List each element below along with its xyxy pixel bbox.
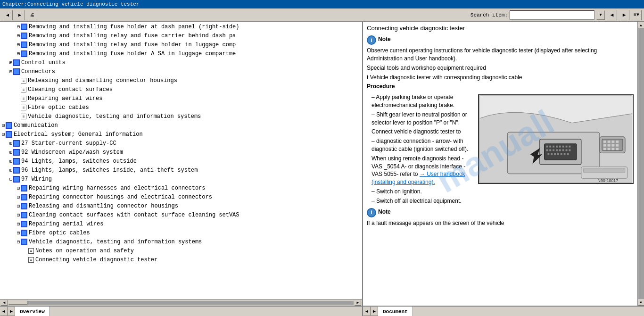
search-prev-btn[interactable]: ◀ — [607, 10, 617, 20]
tree-item[interactable]: ⊞ 94 Lights, lamps, switches outside — [0, 157, 362, 166]
expand-icon[interactable]: ⊞ — [17, 222, 20, 227]
vscroll-down-btn[interactable]: ▼ — [638, 299, 644, 306]
expand-icon[interactable]: ⊞ — [9, 141, 12, 146]
folder-icon — [21, 50, 27, 57]
expand-icon[interactable]: ⊞ — [9, 150, 12, 155]
folder-icon — [13, 140, 20, 147]
status-bar: ◀ ▶ Overview ◀ ▶ Document — [0, 306, 644, 316]
step-2-text: Shift gear lever to neutral position or … — [372, 111, 467, 126]
tree-item[interactable]: ⊞≡Vehicle diagnostic, testing and inform… — [0, 112, 362, 121]
svg-rect-4 — [546, 146, 548, 148]
tree-item[interactable]: ⊟ Connectors — [0, 67, 362, 76]
tab-nav-right-2[interactable]: ▶ — [371, 307, 378, 316]
tree-item[interactable]: ⊞ Removing and installing relay and fuse… — [0, 41, 362, 50]
tree-item[interactable]: ⊞ Repairing aerial wires — [0, 220, 362, 229]
hscroll-left-btn[interactable]: ◀ — [1, 300, 8, 306]
tree-item[interactable]: ⊞ Removing and installing relay and fuse… — [0, 32, 362, 41]
svg-rect-34 — [603, 144, 606, 147]
doc-icon: ≡ — [21, 114, 26, 119]
hscroll-thumb[interactable] — [8, 301, 27, 305]
expand-icon[interactable]: ⊞ — [9, 60, 12, 66]
options-btn[interactable]: ≡▼ — [631, 10, 642, 20]
expand-icon[interactable]: ⊟ — [17, 240, 20, 245]
tree-item-label: Removing and installing relay and fuse c… — [29, 33, 236, 39]
vscroll-up-btn[interactable]: ▲ — [638, 22, 644, 28]
expand-icon[interactable]: ⊟ — [9, 177, 12, 182]
hscroll-right-btn[interactable]: ▶ — [355, 300, 361, 306]
svg-rect-32 — [611, 141, 614, 143]
expand-icon[interactable]: ⊞ — [9, 168, 12, 173]
expand-icon[interactable]: ⊞ — [9, 159, 12, 164]
tree-item[interactable]: ⊟ Electrical system; General information — [0, 130, 362, 139]
tree-item[interactable]: ⊟ Removing and installing fuse holder at… — [0, 23, 362, 32]
toolbar-btn-2[interactable]: ▶ — [15, 10, 25, 20]
tree-item-label: Cleaning contact surfaces — [28, 86, 113, 93]
expand-icon[interactable]: ⊞ — [17, 231, 20, 236]
svg-rect-19 — [569, 150, 570, 151]
tree-item[interactable]: ⊞ Removing and installing fuse holder A … — [0, 50, 362, 58]
svg-rect-30 — [603, 141, 606, 143]
tree-item[interactable]: ⊞ Communication — [0, 121, 362, 130]
doc-icon: ≡ — [28, 257, 34, 263]
folder-icon — [13, 68, 20, 75]
tree-item[interactable]: ⊞ Fibre optic cables — [0, 229, 362, 238]
tree-item[interactable]: ⊞ Repairing connector housings and elect… — [0, 193, 362, 202]
tree-item-label: 96 Lights, lamps, switches inside, anti-… — [21, 167, 198, 174]
expand-icon[interactable]: ⊞ — [17, 195, 20, 200]
expand-icon[interactable]: ⊞ — [2, 123, 5, 128]
left-panel: ⊟ Removing and installing fuse holder at… — [0, 22, 363, 306]
tree-item[interactable]: ⊞≡Connecting vehicle diagnostic tester — [0, 256, 362, 265]
tree-item[interactable]: ⊞≡Fibre optic cables — [0, 103, 362, 112]
user-handbook-link[interactable]: → User handbook (installing and operatin… — [372, 171, 465, 185]
folder-icon — [21, 42, 27, 48]
tree-item-label: Control units — [21, 59, 66, 66]
tree-item[interactable]: ⊞≡Notes on operation and safety — [0, 247, 362, 256]
svg-rect-10 — [566, 146, 568, 148]
tree-item[interactable]: ⊞ 96 Lights, lamps, switches inside, ant… — [0, 166, 362, 175]
tab-overview[interactable]: Overview — [15, 306, 50, 316]
svg-rect-39 — [608, 148, 611, 150]
folder-icon — [21, 33, 27, 39]
tree-item[interactable]: ⊞ 27 Starter-current supply-CC — [0, 139, 362, 148]
search-dropdown[interactable]: ▼ — [596, 10, 605, 20]
expand-icon[interactable]: ⊟ — [17, 25, 20, 30]
step-5: – Switch off all electrical equipment. — [372, 197, 634, 205]
expand-icon[interactable]: ⊞ — [17, 42, 20, 48]
tree-item-label: Connectors — [21, 68, 55, 75]
svg-rect-43 — [584, 168, 625, 173]
tab-document[interactable]: Document — [378, 306, 413, 316]
svg-rect-31 — [608, 141, 611, 143]
tree-item[interactable]: ⊞ Repairing wiring harnesses and electri… — [0, 184, 362, 193]
tree-item[interactable]: ⊞ Control units — [0, 58, 362, 67]
tree-item[interactable]: ⊞≡Releasing and dismantling connector ho… — [0, 76, 362, 85]
tree-item[interactable]: ⊞ Cleaning contact surfaces with contact… — [0, 211, 362, 220]
expand-icon[interactable]: ⊟ — [2, 132, 5, 137]
expand-icon[interactable]: ⊞ — [17, 213, 20, 218]
tab-nav-left-2[interactable]: ◀ — [363, 307, 371, 316]
expand-icon[interactable]: ⊟ — [9, 69, 12, 75]
tree-item[interactable]: ⊞ Releasing and dismantling connector ho… — [0, 202, 362, 211]
expand-icon[interactable]: ⊞ — [17, 51, 20, 57]
tree-item[interactable]: ⊟ 97 Wiring — [0, 175, 362, 184]
tab-nav-right[interactable]: ▶ — [8, 307, 15, 316]
tree-item[interactable]: ⊞≡Repairing aerial wires — [0, 94, 362, 103]
expand-icon[interactable]: ⊞ — [17, 186, 20, 191]
tab-nav-left[interactable]: ◀ — [0, 307, 8, 316]
search-input[interactable] — [510, 10, 594, 20]
search-next-btn[interactable]: ▶ — [619, 10, 629, 20]
expand-icon[interactable]: ⊞ — [17, 204, 20, 209]
tree-item-label: 94 Lights, lamps, switches outside — [21, 158, 137, 165]
info-icon-2: i — [367, 208, 376, 217]
doc-title: Connecting vehicle diagnostic tester — [367, 24, 634, 33]
toolbar-btn-3[interactable]: 🖨 — [27, 10, 37, 20]
tree-item[interactable]: ⊟ Vehicle diagnostic, testing and inform… — [0, 238, 362, 247]
expand-icon[interactable]: ⊞ — [17, 33, 20, 39]
doc-content: Connecting vehicle diagnostic tester i N… — [363, 22, 637, 306]
tree-item-label: Connecting vehicle diagnostic tester — [35, 257, 157, 263]
tree-item[interactable]: ⊞ 92 Windscreen wipe/wash system — [0, 148, 362, 157]
tree-item-label: Cleaning contact surfaces with contact s… — [29, 212, 239, 218]
tree-item[interactable]: ⊞≡Cleaning contact surfaces — [0, 85, 362, 94]
toolbar-btn-1[interactable]: ◀ — [2, 10, 13, 20]
info-icon-1: i — [367, 35, 376, 45]
title-text: Chapter:Connecting vehicle diagnostic te… — [2, 1, 139, 7]
